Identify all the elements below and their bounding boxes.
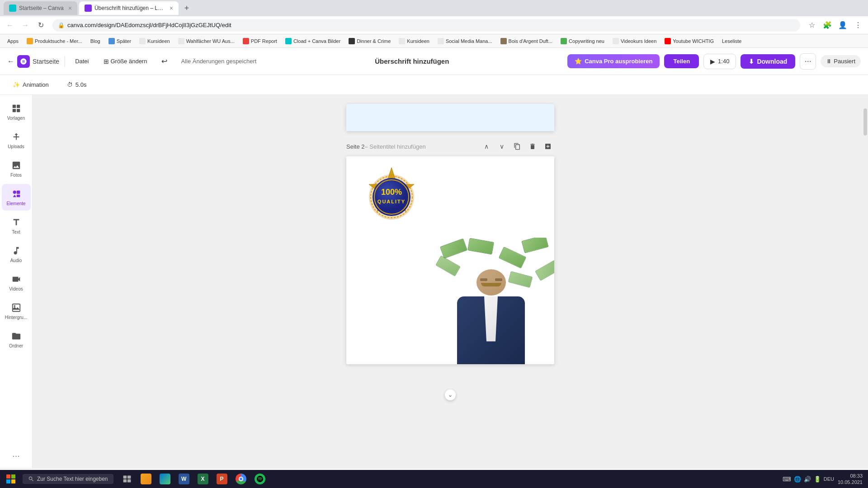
new-tab-button[interactable]: + xyxy=(180,2,193,14)
taskbar-time-value: 08:33 xyxy=(838,473,863,479)
extensions-button[interactable]: 🧩 xyxy=(821,19,834,32)
template-icon xyxy=(11,103,22,114)
bookmark-blog[interactable]: Blog xyxy=(87,36,104,46)
battery-icon[interactable]: 🔋 xyxy=(814,476,821,483)
sidebar-item-text[interactable]: Text xyxy=(2,212,31,239)
person-eyebrow-right xyxy=(495,278,502,281)
taskbar-search[interactable]: Zur Suche Text hier eingeben xyxy=(23,474,113,484)
sidebar-more-button[interactable]: ··· xyxy=(9,447,24,465)
svg-rect-28 xyxy=(127,479,131,483)
sidebar-item-fotos[interactable]: Fotos xyxy=(2,155,31,182)
page-2-container: Seite 2– Seitentitel hinzufügen ∧ ∨ xyxy=(346,140,554,382)
sidebar-item-audio[interactable]: Audio xyxy=(2,241,31,267)
sidebar-item-hintergrund[interactable]: Hintergru... xyxy=(2,298,31,324)
bookmark-videokurs[interactable]: Videokurs Ideen xyxy=(609,36,660,46)
undo-button[interactable]: ↩ xyxy=(157,54,172,68)
canvas-scrollbar[interactable] xyxy=(863,95,868,468)
bookmark-leseliste[interactable]: Leseliste xyxy=(718,36,745,46)
taskbar-chrome[interactable] xyxy=(232,470,250,488)
bookmark-kursideen1[interactable]: Kursideen xyxy=(136,36,174,46)
text-icon xyxy=(11,217,22,228)
tab-1[interactable]: Startseite – Canva × xyxy=(4,1,77,15)
sidebar-item-uploads[interactable]: Uploads xyxy=(2,127,31,154)
address-bar[interactable]: 🔒 canva.com/design/DAEdomzscjl/drBFjHdCo… xyxy=(52,19,800,32)
download-button[interactable]: ⬇ Download xyxy=(741,54,795,69)
reload-button[interactable]: ↻ xyxy=(34,19,47,32)
bookmark-pdfreport[interactable]: PDF Report xyxy=(239,36,281,46)
bookmark-videokurs-icon xyxy=(613,38,619,44)
sidebar-elemente-label: Elemente xyxy=(6,201,25,206)
bookmark-socialmedia[interactable]: Social Media Mana... xyxy=(434,36,496,46)
sidebar-item-ordner[interactable]: Ordner xyxy=(2,326,31,353)
page-add-button[interactable] xyxy=(542,140,554,153)
network-icon[interactable]: 🌐 xyxy=(794,476,801,483)
page-duplicate-button[interactable] xyxy=(511,140,524,153)
bookmark-spaeter[interactable]: Später xyxy=(105,36,135,46)
download-icon: ⬇ xyxy=(749,58,754,65)
scroll-down-arrow[interactable]: ⌄ xyxy=(445,389,456,400)
tab-2[interactable]: Überschrift hinzufügen – Logo × xyxy=(79,1,179,15)
person-with-money[interactable] xyxy=(432,238,554,364)
secondary-toolbar: ✨ Animation ⏱ 5.0s xyxy=(0,75,868,95)
bookmark-cload[interactable]: Cload + Canva Bilder xyxy=(282,36,344,46)
page-delete-button[interactable] xyxy=(526,140,539,153)
bookmark-apps[interactable]: Apps xyxy=(4,36,22,46)
forward-button[interactable]: → xyxy=(19,19,32,32)
browser-menu-button[interactable]: ⋮ xyxy=(852,19,864,32)
back-button[interactable]: ← xyxy=(4,19,16,32)
scroll-thumb[interactable] xyxy=(863,108,867,136)
bookmark-wahlfaecher[interactable]: Wahlfächer WU Aus... xyxy=(175,36,238,46)
play-button[interactable]: ▶ 1:40 xyxy=(703,54,736,69)
home-button[interactable]: ← Startseite xyxy=(7,55,59,68)
bookmark-produktsuche[interactable]: Produktsuche - Mer... xyxy=(23,36,86,46)
language-label[interactable]: DEU xyxy=(824,476,834,482)
taskbar-taskview[interactable] xyxy=(118,470,136,488)
bookmark-youtube-label: Youtube WICHTIG xyxy=(673,38,714,44)
sidebar-item-elemente[interactable]: Elemente xyxy=(2,184,31,211)
bookmark-dinner[interactable]: Dinner & Crime xyxy=(345,36,394,46)
taskbar-word[interactable]: W xyxy=(175,470,193,488)
quality-badge[interactable]: 100% QUALITY xyxy=(360,165,423,229)
person-head xyxy=(476,269,506,296)
bookmark-copywriting[interactable]: Copywriting neu xyxy=(557,36,608,46)
taskbar-explorer[interactable] xyxy=(137,470,155,488)
sidebar-item-videos[interactable]: Videos xyxy=(2,269,31,296)
taskbar-excel[interactable]: X xyxy=(194,470,212,488)
lock-icon: 🔒 xyxy=(58,22,65,28)
bookmark-youtube[interactable]: Youtube WICHTIG xyxy=(661,36,717,46)
page-down-button[interactable]: ∨ xyxy=(495,140,508,153)
taskbar-powerpoint[interactable]: P xyxy=(213,470,231,488)
bookmark-bois[interactable]: Bois d'Argent Duft... xyxy=(497,36,556,46)
size-change-button[interactable]: ⊞ Größe ändern xyxy=(99,55,152,68)
sidebar-fotos-label: Fotos xyxy=(10,173,22,178)
tab-close-2[interactable]: × xyxy=(170,5,173,12)
canva-pro-button[interactable]: ⭐ Canva Pro ausprobieren xyxy=(567,54,660,68)
taskbar-spotify[interactable] xyxy=(251,470,269,488)
volume-icon[interactable]: 🔊 xyxy=(804,476,811,483)
pause-badge[interactable]: ⏸ Pausiert xyxy=(821,55,861,67)
page-nav-down[interactable]: ⌄ xyxy=(445,389,456,400)
bookmark-dinner-label: Dinner & Crime xyxy=(357,38,391,44)
animation-button[interactable]: ✨ Animation xyxy=(7,79,54,91)
keyboard-icon[interactable]: ⌨ xyxy=(783,476,791,483)
share-button[interactable]: Teilen xyxy=(664,54,699,68)
page-up-button[interactable]: ∧ xyxy=(480,140,493,153)
svg-marker-6 xyxy=(13,195,16,197)
start-button[interactable] xyxy=(2,470,20,488)
canvas-area[interactable]: Seite 2– Seitentitel hinzufügen ∧ ∨ xyxy=(33,95,868,468)
more-options-button[interactable]: ··· xyxy=(800,53,816,70)
bookmark-kursideen2[interactable]: Kursideen xyxy=(395,36,433,46)
taskbar-clock[interactable]: 08:33 10.05.2021 xyxy=(838,473,863,486)
top-toolbar: ← Startseite Datei ⊞ Größe ändern ↩ Alle… xyxy=(0,48,868,75)
taskbar-edge[interactable] xyxy=(156,470,174,488)
bookmark-cload-label: Cload + Canva Bilder xyxy=(293,38,340,44)
taskbar-apps: W X P xyxy=(118,470,269,488)
duration-button[interactable]: ⏱ 5.0s xyxy=(61,79,92,91)
sidebar-item-vorlagen[interactable]: Vorlagen xyxy=(2,99,31,125)
page-slide-2[interactable]: 100% QUALITY xyxy=(346,156,554,364)
file-button[interactable]: Datei xyxy=(71,55,93,67)
profile-button[interactable]: 👤 xyxy=(836,19,849,32)
page-label-text: Seite 2 xyxy=(346,143,364,150)
tab-close-1[interactable]: × xyxy=(68,5,72,12)
bookmark-button[interactable]: ☆ xyxy=(806,19,818,32)
